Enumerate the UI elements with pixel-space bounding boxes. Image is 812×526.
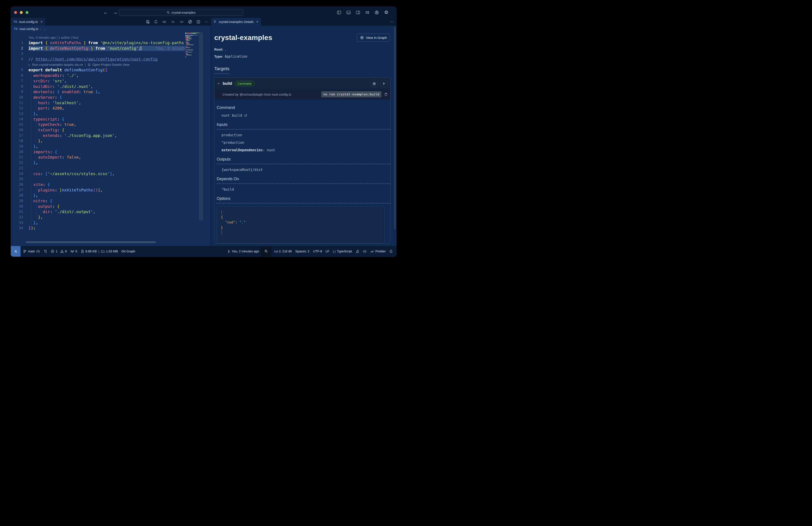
encoding-item[interactable]: UTF-8 bbox=[311, 246, 324, 257]
current-change-icon[interactable] bbox=[171, 20, 175, 24]
open-details-icon bbox=[88, 63, 91, 66]
codelens-open-link[interactable]: Open Project Details View bbox=[92, 63, 129, 67]
inline-blame: You, 2 minutes ago bbox=[141, 46, 185, 51]
notifications-item[interactable] bbox=[388, 246, 396, 257]
type-label: Type: bbox=[214, 55, 223, 58]
play-icon: ▷ bbox=[28, 63, 31, 67]
traffic-lights bbox=[14, 11, 28, 14]
horizontal-scrollbar[interactable] bbox=[26, 241, 156, 243]
minimize-window-button[interactable] bbox=[20, 11, 23, 14]
cursor-position-item[interactable]: Ln 2, Col 48 bbox=[273, 246, 293, 257]
formatter-item[interactable]: Prettier bbox=[368, 246, 388, 257]
line-number: 4 bbox=[11, 57, 23, 62]
next-change-icon[interactable] bbox=[179, 20, 184, 24]
breadcrumb-file[interactable]: nuxt.config.ts bbox=[19, 27, 38, 31]
zoom-item[interactable] bbox=[261, 246, 271, 257]
tab-project-details[interactable]: crystal-examples Details × bbox=[211, 18, 261, 26]
vertical-scrollbar[interactable] bbox=[199, 32, 203, 221]
breadcrumb[interactable]: TS nuxt.config.ts › … bbox=[11, 26, 211, 32]
git-graph-item[interactable]: Git Graph bbox=[120, 246, 137, 257]
inputs-heading: Inputs bbox=[217, 122, 390, 130]
command-center-search[interactable]: crystal-examples bbox=[119, 9, 243, 16]
line-number: 10 bbox=[11, 95, 23, 100]
code-line: 26 vite: { bbox=[11, 182, 211, 187]
line-number: 6 bbox=[11, 73, 23, 79]
line-number: 2 bbox=[11, 46, 23, 51]
warning-count: 0 bbox=[65, 250, 67, 253]
indentation-item[interactable]: Spaces: 2 bbox=[293, 246, 311, 257]
account-icon[interactable] bbox=[375, 10, 379, 15]
customize-layout-icon[interactable] bbox=[365, 11, 369, 14]
run-command-chip[interactable]: nx run crystal-examples:build bbox=[321, 91, 381, 97]
history-back-button[interactable]: ← bbox=[103, 7, 108, 18]
line-number: 11 bbox=[11, 100, 23, 106]
braces-icon: { } bbox=[333, 250, 335, 253]
root-value: . bbox=[224, 47, 227, 52]
ports-item[interactable]: 0 bbox=[69, 246, 79, 257]
language-mode-item[interactable]: { } TypeScript bbox=[331, 246, 354, 257]
settings-gear-icon[interactable]: ⚙ bbox=[384, 10, 388, 15]
panel-scrollbar[interactable] bbox=[394, 27, 396, 229]
input-item: ^production bbox=[221, 141, 390, 145]
split-editor-icon[interactable] bbox=[197, 20, 200, 24]
blame-label: You, 2 minutes ago bbox=[232, 250, 259, 253]
error-count: 1 bbox=[56, 250, 57, 253]
breadcrumb-symbol[interactable]: … bbox=[43, 27, 46, 31]
project-details-icon bbox=[214, 20, 217, 24]
chevron-up-icon[interactable] bbox=[217, 83, 220, 85]
run-target-button[interactable] bbox=[380, 80, 388, 87]
tab-nuxt-config[interactable]: TS nuxt.config.ts × bbox=[11, 18, 45, 26]
editor-tab-bar: TS nuxt.config.ts × bbox=[11, 18, 211, 26]
close-window-button[interactable] bbox=[14, 11, 17, 14]
code-line: 17 extends: './tsconfig.app.json', bbox=[11, 133, 211, 139]
minimap[interactable] bbox=[185, 33, 199, 58]
toggle-secondary-sidebar-icon[interactable] bbox=[356, 11, 360, 14]
git-graph-view-icon[interactable] bbox=[188, 20, 192, 24]
tab-close-icon[interactable]: × bbox=[40, 20, 42, 24]
line-number: 20 bbox=[11, 149, 23, 155]
tab-label: nuxt.config.ts bbox=[19, 20, 38, 24]
target-card-build: build Cacheable Created by @nx/nuxt/plug… bbox=[214, 77, 391, 244]
maximize-window-button[interactable] bbox=[26, 11, 28, 14]
squirrel-item[interactable] bbox=[354, 246, 361, 257]
blame-item[interactable]: You, 2 minutes ago bbox=[226, 246, 261, 257]
remote-indicator[interactable] bbox=[11, 246, 20, 257]
refresh-icon[interactable] bbox=[154, 20, 158, 24]
more-actions-icon[interactable]: ⋯ bbox=[390, 20, 394, 24]
line-number: 32 bbox=[11, 215, 23, 220]
line-number: 1 bbox=[11, 40, 23, 46]
spaces-label: Spaces: 2 bbox=[295, 250, 309, 253]
magnifier-plus-icon bbox=[264, 250, 268, 253]
line-number: 31 bbox=[11, 209, 23, 215]
squirrel-icon bbox=[356, 250, 359, 253]
eol-item[interactable]: LF bbox=[324, 246, 331, 257]
compare-changes-item[interactable] bbox=[42, 246, 49, 257]
toggle-panel-icon[interactable] bbox=[346, 11, 351, 14]
external-link-icon[interactable] bbox=[244, 114, 247, 117]
line-col-label: Ln 2, Col 48 bbox=[275, 250, 292, 253]
tab-close-icon[interactable]: × bbox=[256, 20, 258, 24]
type-row: Type:Application bbox=[214, 55, 396, 58]
code-editor[interactable]: You, 3 minutes ago | 1 author (You)1impo… bbox=[11, 32, 211, 246]
view-target-in-graph-button[interactable] bbox=[371, 80, 378, 87]
cursor-bar bbox=[221, 210, 222, 214]
codelens-run-link[interactable]: Run crystal-examples targets via nx bbox=[32, 63, 83, 67]
toggle-primary-sidebar-icon[interactable] bbox=[337, 11, 341, 14]
previous-change-icon[interactable] bbox=[162, 20, 166, 24]
copy-icon[interactable] bbox=[384, 93, 388, 96]
cloud-upload-icon bbox=[36, 250, 40, 253]
code-line: 29 nitro: { bbox=[11, 198, 211, 204]
history-forward-button[interactable]: → bbox=[113, 7, 118, 18]
file-size-item[interactable]: 9.88 KB | 1.03 MB bbox=[79, 246, 120, 257]
code-line: 8 buildDir: './dist/.nuxt', bbox=[11, 84, 211, 89]
view-in-graph-button[interactable]: View In Graph bbox=[357, 33, 390, 42]
open-preview-icon[interactable] bbox=[146, 20, 150, 24]
problems-item[interactable]: 1 0 bbox=[49, 246, 68, 257]
double-check-icon bbox=[370, 250, 374, 253]
target-header[interactable]: build Cacheable bbox=[215, 78, 390, 89]
git-branch-item[interactable]: main bbox=[21, 246, 42, 257]
options-json-viewer[interactable]: { "cwd": "." } bbox=[217, 207, 385, 243]
more-actions-icon[interactable]: ⋯ bbox=[205, 20, 208, 24]
line-number: 30 bbox=[11, 204, 23, 209]
copilot-item[interactable] bbox=[361, 246, 368, 257]
